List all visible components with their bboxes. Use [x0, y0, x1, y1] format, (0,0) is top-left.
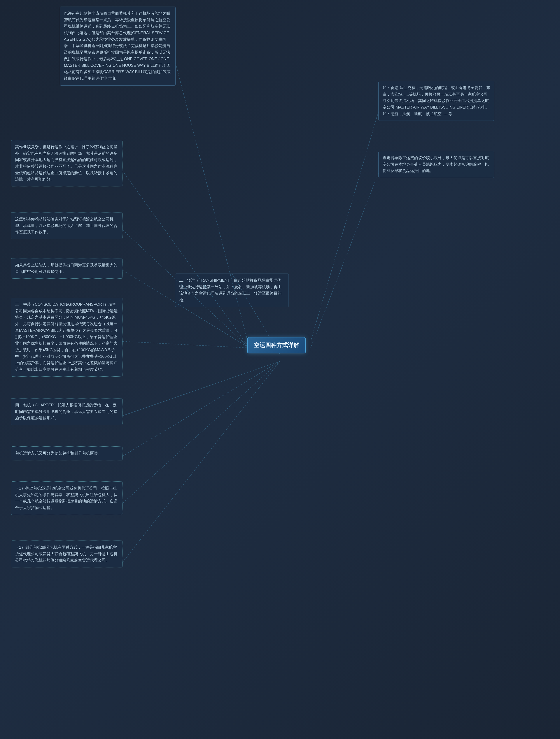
box-left-1: 其作业较复杂，但是转运作业之需求，除了经济利益之衡量外，确实也有相当多无法运接到…	[11, 140, 123, 186]
canvas: 空运四种方式详解 也许还在起站并非该航商自营而委托其它于该机场有落地之联营航商代…	[0, 0, 560, 739]
svg-line-9	[123, 361, 280, 503]
svg-line-3	[123, 171, 249, 348]
box-right-top1: 如：香港-法兰克福，无需转机的航程：或由香港飞至曼谷，东京，吉隆坡......等…	[378, 81, 494, 121]
box-left-4: 三：拼装（CONSOLIDATION/GROUPRANSPORT）航空公司因为各…	[11, 298, 123, 377]
box-right-top1-text: 如：香港-法兰克福，无需转机的航程：或由香港飞至曼谷，东京，吉隆坡......等…	[383, 86, 490, 116]
box-left-6-text: 包机运输方式又可分为整架包机和部分包机两类。	[15, 451, 102, 455]
box-left-3-text: 如果具备上述能力，那就提供出口商游更多及承载量更大的直飞航空公司可以选择使用。	[15, 263, 118, 274]
svg-line-10	[123, 361, 280, 562]
svg-line-8	[123, 361, 280, 456]
box-left-5-text: 四：包机（CHARTER）托运人根据所托运的货物，在一定时间内需要单独占用飞机的…	[15, 403, 118, 420]
box-left-7: （1）整架包机:这是指航空公司或包机代理公司，按照与租机人事先约定的条件与费率，…	[11, 481, 123, 515]
box-center-bottom-text: 二、转运（TRANSHIPMENT）由起始站将货品经由货运代理企业先行运抵某一外…	[179, 278, 282, 302]
svg-line-1	[311, 112, 378, 341]
box-left-3: 如果具备上述能力，那就提供出口商游更多及承载量更大的直飞航空公司可以选择使用。	[11, 258, 123, 279]
box-right-top2: 直走提单除了运费的议价较小以外，最大优点是可以直接对航空公司在本地办事处人员施以…	[378, 151, 494, 178]
box-left-6: 包机运输方式又可分为整架包机和部分包机两类。	[11, 446, 123, 460]
box-left-2: 这些都得仰赖起始站确实对于外站预订接洽之航空公司机型、承载量，以及接驳机场的深入…	[11, 212, 123, 239]
box-top-left-text: 也许还在起站并非该航商自营而委托其它于该机场有落地之联营航商代为载运至某一点后，…	[64, 11, 171, 81]
center-node: 空运四种方式详解	[247, 337, 306, 353]
box-right-top2-text: 直走提单除了运费的议价较小以外，最大优点是可以直接对航空公司在本地办事处人员施以…	[383, 156, 489, 173]
box-center-bottom: 二、转运（TRANSHIPMENT）由起始站将货品经由货运代理企业先行运抵某一外…	[175, 274, 289, 307]
box-left-4-text: 三：拼装（CONSOLIDATION/GROUPRANSPORT）航空公司因为各…	[15, 302, 118, 372]
box-left-7-text: （1）整架包机:这是指航空公司或包机代理公司，按照与租机人事先约定的条件与费率，…	[15, 486, 118, 510]
box-left-1-text: 其作业较复杂，但是转运作业之需求，除了经济利益之衡量外，确实也有相当多无法运接到…	[15, 145, 118, 181]
center-label: 空运四种方式详解	[254, 342, 299, 348]
box-left-8-text: （2）部分包机:部分包机有两种方式，一种是指由几家航空货运代理公司或发货人联合包…	[15, 545, 118, 562]
box-left-2-text: 这些都得仰赖起始站确实对于外站预订接洽之航空公司机型、承载量，以及接驳机场的深入…	[15, 217, 118, 234]
svg-line-2	[311, 173, 378, 348]
svg-line-7	[123, 361, 280, 416]
box-top-left: 也许还在起站并非该航商自营而委托其它于该机场有落地之联营航商代为载运至某一点后，…	[60, 7, 176, 86]
box-left-5: 四：包机（CHARTER）托运人根据所托运的货物，在一定时间内需要单独占用飞机的…	[11, 398, 123, 425]
box-left-8: （2）部分包机:部分包机有两种方式，一种是指由几家航空货运代理公司或发货人联合包…	[11, 541, 123, 567]
svg-line-6	[123, 341, 249, 348]
